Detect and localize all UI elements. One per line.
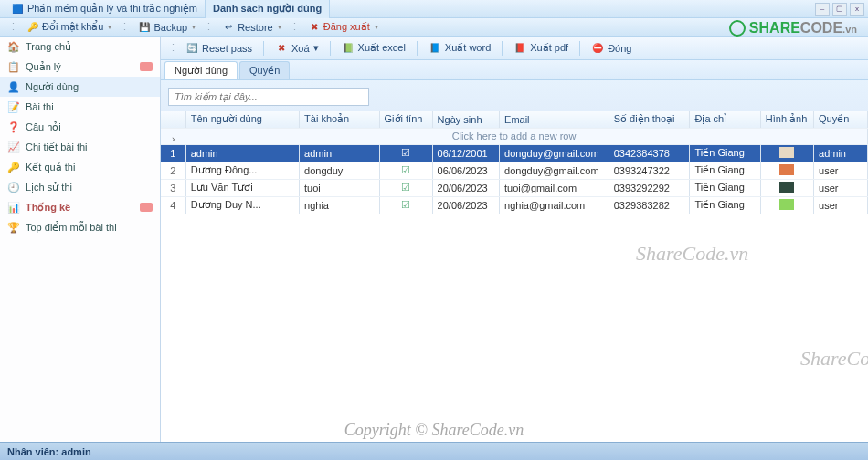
sidebar: 🏠Trang chủ📋Quản lý👤Người dùng📝Bài thi❓Câ…	[0, 37, 161, 442]
sidebar-badge	[140, 62, 153, 71]
sidebar-item[interactable]: 📝Bài thi	[0, 97, 160, 117]
table-row[interactable]: 1adminadmin☑06/12/2001dongduy@gmail.com0…	[161, 144, 868, 162]
table-row[interactable]: 3Lưu Văn Tươituoi☑20/06/2023tuoi@gmail.c…	[161, 179, 868, 196]
sidebar-item[interactable]: 📈Chi tiết bài thi	[0, 137, 160, 157]
sidebar-item[interactable]: 📋Quản lý	[0, 57, 160, 77]
excel-icon: 📗	[342, 42, 355, 55]
export-pdf-button[interactable]: 📕 Xuất pdf	[510, 40, 572, 57]
table-cell: admin	[300, 144, 380, 162]
sidebar-label: Top điểm mỗi bài thi	[26, 222, 117, 234]
table-cell: Tiền Giang	[690, 144, 760, 162]
toolbar: ⋮ 🔄 Reset pass ✖ Xoá▾ 📗 Xuất excel 📘	[161, 37, 868, 60]
column-header[interactable]	[161, 111, 185, 128]
column-header[interactable]: Email	[500, 111, 609, 128]
new-row-prompt[interactable]: Click here to add a new row	[161, 128, 868, 144]
app-title-tab[interactable]: 🟦 Phần mềm quản lý và thi trắc nghiệm	[4, 0, 205, 18]
table-cell: Tiền Giang	[690, 179, 760, 196]
tab-roles[interactable]: Quyền	[239, 61, 290, 79]
column-header[interactable]: Tên người dùng	[185, 111, 299, 128]
tb-label: Xoá	[291, 43, 310, 54]
tb-label: Xuất pdf	[530, 42, 568, 54]
table-cell: user	[814, 162, 868, 179]
pdf-icon: 📕	[513, 42, 526, 55]
sidebar-icon: 👤	[7, 80, 20, 93]
export-excel-button[interactable]: 📗 Xuất excel	[338, 40, 409, 57]
table-cell	[760, 162, 813, 179]
menu-sep-icon: ⋮	[201, 21, 217, 33]
content-area: ⋮ 🔄 Reset pass ✖ Xoá▾ 📗 Xuất excel 📘	[161, 37, 868, 442]
restore-icon: ↩	[222, 21, 235, 34]
sidebar-label: Lịch sử thi	[26, 182, 72, 193]
statusbar: Nhân viên: admin	[0, 442, 868, 460]
column-header[interactable]: Giới tính	[379, 111, 432, 128]
table-row[interactable]: 4Dương Duy N...nghia☑20/06/2023nghia@gma…	[161, 196, 868, 214]
table-cell: dongduy	[300, 162, 380, 179]
users-grid[interactable]: Tên người dùngTài khoảnGiới tínhNgày sin…	[161, 111, 868, 442]
table-cell: 20/06/2023	[432, 179, 499, 196]
column-header[interactable]: Số điện thoại	[609, 111, 690, 128]
sidebar-item[interactable]: 🕘Lịch sử thi	[0, 177, 160, 197]
sidebar-item[interactable]: 🏠Trang chủ	[0, 37, 160, 57]
column-header[interactable]: Địa chỉ	[690, 111, 760, 128]
gender-check-icon: ☑	[401, 147, 410, 158]
sidebar-icon: 🏠	[7, 40, 20, 53]
close-tab-button[interactable]: ⛔ Đóng	[587, 40, 635, 57]
gender-check-icon: ☑	[401, 199, 410, 210]
minimize-button[interactable]: –	[815, 3, 830, 16]
delete-icon: ✖	[275, 42, 288, 55]
menu-label: Đăng xuất	[323, 21, 370, 33]
reset-pass-button[interactable]: 🔄 Reset pass	[182, 40, 256, 57]
menu-restore[interactable]: ↩ Restore ▾	[218, 21, 285, 34]
sidebar-icon: 📈	[7, 141, 20, 153]
table-cell: 20/06/2023	[432, 196, 499, 214]
column-header[interactable]: Ngày sinh	[432, 111, 499, 128]
chevron-down-icon: ▾	[108, 23, 111, 31]
sidebar-label: Thống kê	[26, 202, 70, 214]
table-cell: 3	[161, 179, 185, 196]
delete-button[interactable]: ✖ Xoá▾	[271, 40, 323, 57]
menu-backup[interactable]: 💾 Backup ▾	[134, 21, 199, 34]
maximize-button[interactable]: ▢	[832, 3, 847, 16]
menu-label: Đổi mật khẩu	[42, 21, 103, 33]
page-title-tab[interactable]: Danh sách người dùng	[205, 0, 330, 18]
column-header[interactable]: Hình ảnh	[760, 111, 813, 128]
close-icon: ⛔	[591, 42, 604, 55]
column-header[interactable]: Quyền	[814, 111, 868, 128]
sidebar-icon: 🔑	[7, 161, 20, 173]
sidebar-label: Chi tiết bài thi	[26, 141, 88, 153]
close-button[interactable]: x	[850, 3, 864, 16]
sidebar-item[interactable]: 🔑Kết quả thi	[0, 157, 160, 177]
tb-label: Đóng	[608, 43, 631, 54]
menu-logout[interactable]: ✖ Đăng xuất ▾	[304, 21, 382, 34]
sidebar-item[interactable]: 📊Thống kê	[0, 197, 160, 217]
inner-tabs: Người dùng Quyền	[161, 60, 868, 80]
table-cell	[760, 179, 813, 196]
table-row[interactable]: 2Dương Đông...dongduy☑06/06/2023dongduy@…	[161, 162, 868, 179]
sidebar-label: Bài thi	[26, 101, 54, 112]
column-header[interactable]: Tài khoản	[300, 111, 380, 128]
page-title: Danh sách người dùng	[213, 3, 322, 15]
gender-check-icon: ☑	[401, 182, 410, 193]
sidebar-icon: 📊	[7, 201, 20, 214]
search-input[interactable]	[168, 88, 369, 106]
tab-users[interactable]: Người dùng	[164, 61, 238, 79]
sidebar-label: Người dùng	[26, 81, 79, 93]
table-cell: admin	[185, 144, 299, 162]
menu-label: Backup	[153, 22, 187, 33]
table-cell: ☑	[379, 179, 432, 196]
chevron-down-icon: ▾	[313, 42, 319, 54]
sidebar-icon: ❓	[7, 120, 20, 133]
chevron-down-icon: ▾	[278, 23, 281, 31]
app-title: Phần mềm quản lý và thi trắc nghiệm	[27, 3, 197, 15]
menu-change-password[interactable]: 🔑 Đổi mật khẩu ▾	[23, 21, 115, 34]
sidebar-item[interactable]: ❓Câu hỏi	[0, 117, 160, 137]
sidebar-item[interactable]: 🏆Top điểm mỗi bài thi	[0, 217, 160, 237]
table-cell: Tiền Giang	[690, 162, 760, 179]
tb-label: Xuất excel	[358, 42, 406, 54]
sidebar-label: Kết quả thi	[26, 162, 75, 173]
sidebar-item[interactable]: 👤Người dùng	[0, 77, 160, 97]
thumbnail	[779, 199, 794, 210]
gender-check-icon: ☑	[401, 164, 410, 175]
export-word-button[interactable]: 📘 Xuất word	[425, 40, 494, 57]
sidebar-icon: 🕘	[7, 181, 20, 193]
